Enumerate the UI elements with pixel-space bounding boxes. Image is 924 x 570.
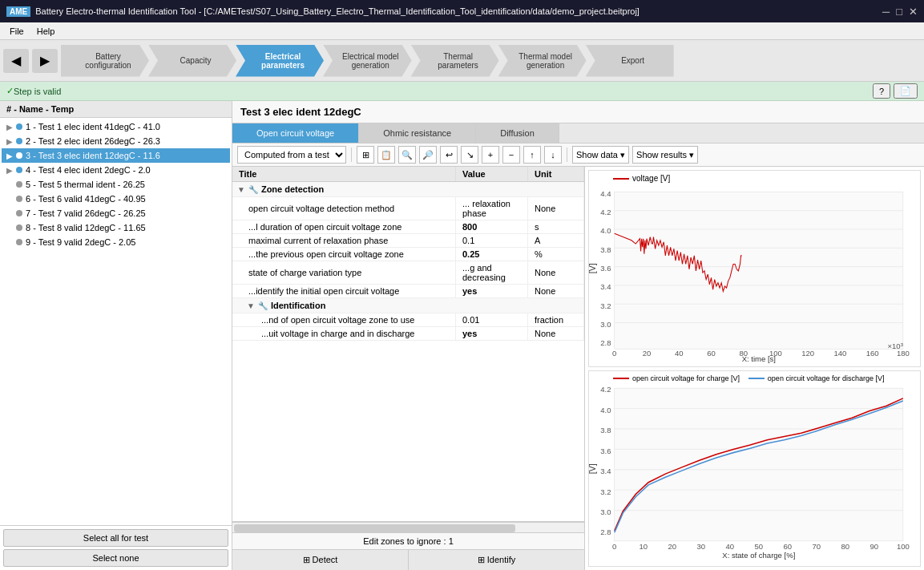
svg-text:100: 100 (897, 542, 910, 551)
tab-open-circuit-voltage[interactable]: Open circuit voltage (232, 123, 359, 143)
step-export[interactable]: Export (586, 45, 674, 77)
table-row: ...uit voltage in charge and in discharg… (232, 327, 584, 341)
left-panel: # - Name - Temp ▶ 1 - Test 1 elec ident … (0, 101, 232, 570)
minimize-btn[interactable]: ─ (882, 6, 890, 18)
row-value[interactable]: 0.25 (456, 248, 528, 261)
detect-btn[interactable]: ⊞ Detect (232, 550, 409, 570)
step-thermal-model-generation[interactable]: Thermal modelgeneration (498, 45, 587, 77)
voltage-legend-label: voltage [V] (632, 174, 670, 183)
menu-help[interactable]: Help (30, 25, 62, 38)
row-value: yes (456, 285, 528, 298)
toolbar-icon-up[interactable]: ↑ (523, 146, 541, 164)
step-electrical-parameters[interactable]: Electricalparameters (236, 45, 324, 77)
step-thermal-parameters[interactable]: Thermalparameters (411, 45, 499, 77)
right-panel: Test 3 elec ident 12degC Open circuit vo… (232, 101, 924, 570)
help-btn[interactable]: ? (873, 83, 890, 99)
voltage-chart-legend: voltage [V] (613, 174, 670, 183)
expand-icon-2: ▶ (6, 137, 13, 146)
toolbar-icon-minus[interactable]: − (502, 146, 520, 164)
identification-icon: 🔧 (258, 301, 268, 310)
test-item-8[interactable]: ▶ 8 - Test 8 valid 12degC - 11.65 (2, 220, 230, 235)
select-all-btn[interactable]: Select all for test (3, 529, 228, 547)
test-dot-1 (16, 123, 22, 130)
tab-separator (559, 123, 924, 143)
ocv-charge-legend-label: open circuit voltage for charge [V] (632, 374, 740, 382)
toolbar-icon-zoom-in[interactable]: 🔍 (398, 146, 416, 164)
source-select[interactable]: Computed from a test (237, 146, 346, 164)
test-item-2[interactable]: ▶ 2 - Test 2 elec ident 26degC - 26.3 (2, 134, 230, 148)
ocv-discharge-legend-label: open circuit voltage for discharge [V] (768, 374, 885, 382)
table-scrollbar[interactable] (232, 521, 584, 532)
test-item-7[interactable]: ▶ 7 - Test 7 valid 26degC - 26.25 (2, 206, 230, 220)
status-text: Step is valid (14, 87, 61, 96)
show-data-btn[interactable]: Show data ▾ (572, 146, 629, 164)
table-row: ...l duration of open circuit voltage zo… (232, 220, 584, 234)
table-footer: Edit zones to ignore : 1 (232, 532, 584, 549)
test-dot-4 (16, 167, 22, 173)
col-unit: Unit (528, 167, 584, 182)
svg-text:2.8: 2.8 (600, 338, 611, 347)
nav-back-btn[interactable]: ◀ (3, 49, 29, 73)
toolbar-icon-add[interactable]: + (482, 146, 499, 164)
row-title: ...identify the initial open circuit vol… (232, 285, 456, 298)
select-none-btn[interactable]: Select none (3, 549, 228, 567)
svg-text:0: 0 (612, 349, 616, 358)
test-dot-8 (16, 224, 22, 231)
toolbar-icon-reset[interactable]: ↩ (440, 146, 458, 164)
svg-text:60: 60 (784, 542, 793, 551)
toolbar-icon-copy[interactable]: 📋 (377, 146, 395, 164)
test-list: ▶ 1 - Test 1 elec ident 41degC - 41.0 ▶ … (0, 118, 232, 525)
toolbar-icon-grid[interactable]: ⊞ (357, 146, 374, 164)
row-value: yes (456, 327, 528, 341)
test-label-7: 7 - Test 7 valid 26degC - 26.25 (26, 208, 146, 218)
tab-ohmic-resistance[interactable]: Ohmic resistance (359, 123, 476, 143)
test-item-6[interactable]: ▶ 6 - Test 6 valid 41degC - 40.95 (2, 192, 230, 206)
test-label-5: 5 - Test 5 thermal ident - 26.25 (26, 180, 145, 189)
test-label-1: 1 - Test 1 elec ident 41degC - 41.0 (26, 122, 160, 131)
row-unit: None (528, 261, 584, 285)
toolbar-icon-zoom-out[interactable]: 🔎 (419, 146, 437, 164)
collapse-identification[interactable]: ▼ (247, 301, 255, 310)
row-title: ...uit voltage in charge and in discharg… (232, 327, 456, 341)
close-btn[interactable]: ✕ (909, 6, 918, 18)
test-item-5[interactable]: ▶ 5 - Test 5 thermal ident - 26.25 (2, 177, 230, 192)
panel-title: Test 3 elec ident 12degC (232, 101, 924, 123)
maximize-btn[interactable]: □ (896, 6, 902, 18)
svg-text:×10³: ×10³ (888, 342, 903, 350)
test-item-3[interactable]: ▶ 3 - Test 3 elec ident 12degC - 11.6 (2, 148, 230, 163)
toolbar-sep-2 (567, 148, 567, 162)
test-item-9[interactable]: ▶ 9 - Test 9 valid 2degC - 2.05 (2, 235, 230, 249)
titlebar: AME Battery Electro-thermal Identificati… (0, 0, 924, 22)
row-value: ...g and decreasing (456, 261, 528, 285)
col-title: Title (232, 167, 456, 182)
svg-text:90: 90 (870, 542, 879, 551)
svg-text:70: 70 (813, 542, 821, 551)
identify-btn[interactable]: ⊞ Identify (409, 550, 584, 570)
ocv-chart: open circuit voltage for charge [V] open… (588, 370, 921, 568)
svg-text:3.6: 3.6 (600, 446, 611, 455)
test-item-4[interactable]: ▶ 4 - Test 4 elec ident 2degC - 2.0 (2, 163, 230, 177)
show-results-btn[interactable]: Show results ▾ (632, 146, 698, 164)
menu-file[interactable]: File (3, 25, 30, 38)
zone-detection-icon: 🔧 (248, 185, 258, 194)
svg-rect-10 (615, 192, 903, 349)
toolbar-icon-fit[interactable]: ↘ (461, 146, 478, 164)
collapse-zone-detection[interactable]: ▼ (237, 185, 245, 194)
svg-text:3.0: 3.0 (600, 507, 611, 515)
row-value[interactable]: 800 (456, 220, 528, 234)
toolbar-icon-down[interactable]: ↓ (544, 146, 562, 164)
svg-text:0: 0 (612, 542, 616, 551)
doc-btn[interactable]: 📄 (894, 83, 918, 99)
nav-forward-btn[interactable]: ▶ (32, 49, 58, 73)
test-item-1[interactable]: ▶ 1 - Test 1 elec ident 41degC - 41.0 (2, 119, 230, 134)
step-electrical-model-generation[interactable]: Electrical modelgeneration (323, 45, 412, 77)
test-label-4: 4 - Test 4 elec ident 2degC - 2.0 (26, 165, 151, 175)
step-battery-configuration[interactable]: Batteryconfiguration (61, 45, 149, 77)
svg-text:10: 10 (639, 542, 648, 551)
step-capacity[interactable]: Capacity (148, 45, 236, 77)
toolbar: Computed from a test ⊞ 📋 🔍 🔎 ↩ ↘ + − ↑ ↓… (232, 144, 924, 167)
tab-diffusion[interactable]: Diffusion (476, 123, 559, 143)
svg-text:30: 30 (696, 542, 705, 551)
row-value[interactable]: 0.01 (456, 313, 528, 327)
row-value[interactable]: 0.1 (456, 234, 528, 248)
